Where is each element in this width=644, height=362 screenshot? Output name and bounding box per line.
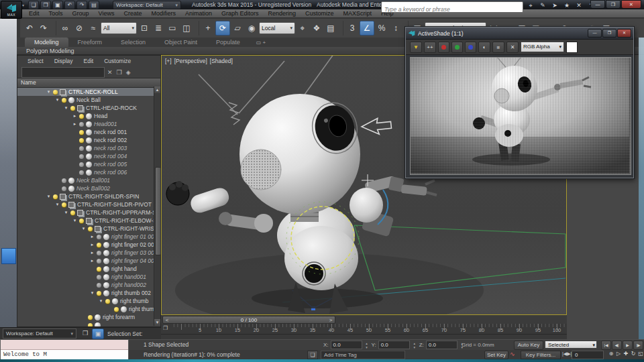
- select-object-icon[interactable]: ⊡: [138, 21, 151, 35]
- tree-item[interactable]: ▾CTRL-NECK-ROLL: [17, 88, 160, 96]
- search-target-icon[interactable]: ⌖: [526, 1, 535, 10]
- previous-frame-icon[interactable]: <: [163, 317, 171, 323]
- tab-selection[interactable]: Selection: [111, 38, 155, 47]
- clone-window-icon[interactable]: ++: [424, 42, 436, 53]
- viewport-menu-general[interactable]: [+]: [165, 58, 172, 64]
- blue-channel-icon[interactable]: [465, 42, 476, 53]
- tree-collapse-icon[interactable]: ▾: [44, 89, 53, 95]
- tree-scrollbar[interactable]: ▲ ▼: [154, 86, 160, 326]
- tree-item[interactable]: ▸Head: [17, 112, 160, 120]
- orbit-icon[interactable]: ↻: [630, 350, 637, 358]
- close-button[interactable]: ✕: [621, 0, 641, 9]
- visibility-on-icon[interactable]: [79, 114, 84, 119]
- visibility-on-icon[interactable]: [70, 106, 75, 111]
- favorites-icon[interactable]: ★: [562, 1, 572, 10]
- visibility-on-icon[interactable]: [97, 243, 101, 247]
- tree-item[interactable]: right hand001: [17, 273, 160, 281]
- activeshade-render-view[interactable]: [410, 57, 631, 175]
- exchange-apps-icon[interactable]: ✕: [574, 1, 584, 10]
- select-by-name-icon[interactable]: ≣: [152, 21, 165, 35]
- tree-item[interactable]: Neck Ball001: [17, 176, 160, 184]
- maxscript-mini-listener[interactable]: Welcome to M: [0, 339, 129, 359]
- application-menu-button[interactable]: MAX: [1, 1, 22, 19]
- visibility-off-icon[interactable]: [79, 122, 84, 127]
- tree-item[interactable]: right forearm: [17, 313, 160, 321]
- rectangular-selection-icon[interactable]: ▭: [166, 21, 179, 35]
- explorer-menu-display[interactable]: Display: [50, 58, 78, 64]
- key-mode-dropdown[interactable]: Selected: [545, 341, 597, 349]
- pick-parent-icon[interactable]: ◈: [126, 69, 131, 76]
- edit-keytips-icon[interactable]: ✎: [538, 1, 547, 10]
- tree-expand-icon[interactable]: ▸: [88, 242, 97, 247]
- visibility-on-icon[interactable]: [62, 202, 66, 207]
- visibility-on-icon[interactable]: [79, 138, 84, 143]
- visibility-off-icon[interactable]: [97, 259, 101, 263]
- tree-item[interactable]: ▾Neck Ball: [17, 96, 160, 104]
- menu-tools[interactable]: Tools: [44, 10, 68, 17]
- undo-icon[interactable]: ↶: [23, 21, 36, 35]
- save-image-icon[interactable]: ▼: [410, 42, 422, 53]
- tree-collapse-icon[interactable]: ▾: [70, 218, 79, 223]
- send-feedback-icon[interactable]: ➤: [550, 1, 559, 10]
- tab-freeform[interactable]: Freeform: [68, 38, 112, 47]
- menu-customize[interactable]: Customize: [301, 10, 339, 17]
- tree-item[interactable]: right hand002: [17, 281, 160, 289]
- explorer-menu-customize[interactable]: Customize: [99, 58, 136, 64]
- maximize-button[interactable]: ❐: [606, 0, 621, 9]
- tree-item[interactable]: neck rod 004: [17, 152, 160, 160]
- menu-graph-editors[interactable]: Graph Editors: [217, 10, 264, 17]
- background-color-swatch[interactable]: [566, 42, 578, 53]
- tree-item[interactable]: neck rod 002: [17, 136, 160, 144]
- visibility-on-icon[interactable]: [105, 299, 110, 304]
- selection-filter-dropdown[interactable]: All▾: [101, 22, 137, 34]
- previous-frame-button[interactable]: ◀|: [612, 341, 622, 350]
- activeshade-minimize-button[interactable]: —: [588, 29, 602, 38]
- listener-macro-row[interactable]: [1, 340, 128, 350]
- explorer-menu-select[interactable]: Select: [23, 58, 48, 64]
- scroll-thumb[interactable]: [155, 167, 161, 255]
- tree-expand-icon[interactable]: ▸: [70, 121, 79, 127]
- project-folder-icon[interactable]: ▤: [89, 1, 99, 9]
- menu-views[interactable]: Views: [94, 10, 119, 17]
- activeshade-close-button[interactable]: ✕: [617, 29, 631, 38]
- tree-item[interactable]: [17, 321, 160, 326]
- visibility-on-icon[interactable]: [114, 307, 119, 312]
- tree-item[interactable]: right thumb: [17, 305, 160, 313]
- timeline-ruler[interactable]: 5101520253035404550556065707580859095100: [173, 324, 566, 334]
- unlink-selection-icon[interactable]: ⊘: [72, 21, 86, 35]
- tree-item[interactable]: ▾CTRL-RIGHT-ELBOW-SPIN: [17, 217, 160, 225]
- bind-to-space-warp-icon[interactable]: ≈: [87, 21, 100, 35]
- minimize-button[interactable]: —: [590, 0, 605, 9]
- listener-output-row[interactable]: Welcome to M: [1, 350, 128, 359]
- menu-maxscript[interactable]: MAXScript: [339, 10, 377, 17]
- scroll-down-icon[interactable]: ▼: [154, 319, 160, 326]
- field-of-view-icon[interactable]: ▷: [615, 350, 622, 358]
- window-crossing-icon[interactable]: ◫: [180, 21, 193, 35]
- undo-small-icon[interactable]: ↶: [64, 1, 75, 9]
- visibility-on-icon[interactable]: [70, 210, 75, 215]
- channel-display-dropdown[interactable]: RGB Alpha: [521, 42, 564, 52]
- play-button[interactable]: ▶: [623, 341, 633, 350]
- angle-snap-icon[interactable]: ∠: [360, 21, 374, 36]
- select-children-icon[interactable]: ❒: [117, 69, 122, 76]
- visibility-off-icon[interactable]: [79, 170, 84, 175]
- activeshade-maximize-button[interactable]: ❐: [602, 29, 616, 38]
- menu-edit[interactable]: Edit: [24, 10, 44, 17]
- tree-item[interactable]: neck rod 001: [17, 128, 160, 136]
- percent-snap-icon[interactable]: %: [375, 21, 388, 35]
- tree-item[interactable]: ▸right finger 04 002: [17, 257, 160, 265]
- tree-collapse-icon[interactable]: ▾: [62, 210, 70, 215]
- menu-animation[interactable]: Animation: [180, 10, 217, 17]
- tree-collapse-icon[interactable]: ▾: [53, 202, 62, 207]
- search-input[interactable]: [382, 5, 523, 15]
- maximize-viewport-icon[interactable]: ◱: [637, 350, 644, 358]
- new-key-curve-icon[interactable]: ∿: [510, 351, 515, 357]
- tree-expand-icon[interactable]: ▸: [88, 234, 97, 239]
- keyboard-override-icon[interactable]: ▤: [324, 21, 337, 35]
- x-spinner[interactable]: [364, 341, 370, 349]
- y-field[interactable]: 0.0: [378, 341, 410, 349]
- tree-item[interactable]: ▾CTRL-RIGHT-UPPRARM-SPIN: [17, 208, 160, 217]
- visibility-off-icon[interactable]: [79, 162, 84, 167]
- next-frame-icon[interactable]: >: [327, 317, 335, 323]
- viewport-menu-pov[interactable]: [Perspective]: [174, 58, 207, 64]
